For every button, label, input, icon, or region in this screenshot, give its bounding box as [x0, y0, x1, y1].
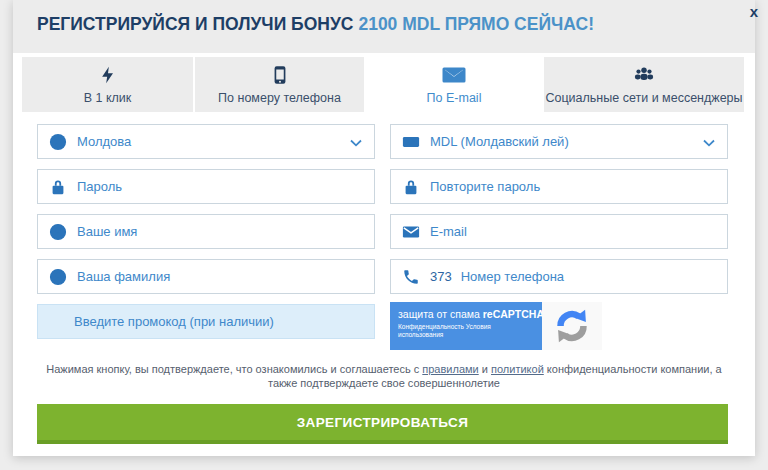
recaptcha-privacy-link[interactable]: Конфиденциальность	[398, 323, 464, 330]
currency-value: MDL (Молдавский лей)	[430, 134, 727, 149]
phone-country-code: 373	[430, 269, 452, 284]
recaptcha-links: Конфиденциальность Условия использования	[398, 323, 535, 339]
tab-label: По номеру телефона	[218, 91, 341, 105]
last-name-input[interactable]	[77, 269, 374, 284]
people-icon	[632, 64, 656, 86]
password-repeat-field-wrap	[390, 169, 728, 204]
last-name-field-wrap	[37, 259, 375, 294]
rules-link[interactable]: правилами	[422, 363, 478, 375]
title-bonus: 2100 MDL ПРЯМО СЕЙЧАС!	[358, 14, 594, 34]
globe-icon	[49, 133, 67, 151]
phone-field-wrap: 373	[390, 259, 728, 294]
phone-icon	[402, 268, 420, 286]
header-band: РЕГИСТРИРУЙСЯ И ПОЛУЧИ БОНУС2100 MDL ПРЯ…	[13, 0, 755, 53]
smartphone-icon	[270, 64, 290, 86]
promo-code-field-wrap	[37, 304, 375, 339]
email-field-wrap	[390, 214, 728, 249]
registration-tabs: В 1 клик По номеру телефона По E-mail Со…	[22, 57, 746, 112]
registration-popup: РЕГИСТРИРУЙСЯ И ПОЛУЧИ БОНУС2100 MDL ПРЯ…	[0, 0, 768, 470]
password-input[interactable]	[77, 179, 374, 194]
tab-email[interactable]: По E-mail	[366, 57, 542, 112]
currency-select[interactable]: MDL (Молдавский лей)	[390, 124, 728, 159]
page-title: РЕГИСТРИРУЙСЯ И ПОЛУЧИ БОНУС2100 MDL ПРЯ…	[37, 14, 594, 35]
tab-one-click[interactable]: В 1 клик	[22, 57, 193, 112]
country-select[interactable]: Молдова	[37, 124, 375, 159]
user-icon	[49, 268, 67, 286]
recaptcha-title: защита от спама reCAPTCHA	[398, 308, 535, 320]
recaptcha-widget: защита от спама reCAPTCHA Конфиденциальн…	[390, 302, 602, 350]
close-icon[interactable]: x	[750, 4, 758, 20]
recaptcha-logo-panel	[542, 302, 602, 350]
tab-label: Социальные сети и мессенджеры	[545, 91, 742, 105]
phone-input[interactable]	[461, 269, 727, 284]
envelope-icon	[442, 64, 466, 86]
title-main: РЕГИСТРИРУЙСЯ И ПОЛУЧИ БОНУС	[37, 14, 353, 34]
tab-label: По E-mail	[427, 91, 482, 105]
password-repeat-input[interactable]	[430, 179, 727, 194]
tab-label: В 1 клик	[84, 91, 132, 105]
chevron-down-icon	[350, 139, 362, 147]
banknote-icon	[402, 133, 420, 151]
first-name-field-wrap	[37, 214, 375, 249]
tab-social[interactable]: Социальные сети и мессенджеры	[544, 57, 744, 112]
email-input[interactable]	[430, 224, 727, 239]
country-value: Молдова	[77, 134, 374, 149]
tab-phone[interactable]: По номеру телефона	[195, 57, 364, 112]
registration-modal: РЕГИСТРИРУЙСЯ И ПОЛУЧИ БОНУС2100 MDL ПРЯ…	[13, 0, 755, 456]
chevron-down-icon	[703, 139, 715, 147]
terms-disclaimer: Нажимая кнопку, вы подтверждаете, что оз…	[34, 362, 734, 390]
recaptcha-info-panel: защита от спама reCAPTCHA Конфиденциальн…	[390, 302, 542, 350]
first-name-input[interactable]	[77, 224, 374, 239]
envelope-icon	[402, 223, 420, 241]
password-field-wrap	[37, 169, 375, 204]
lock-icon	[402, 178, 420, 196]
promo-code-input[interactable]	[38, 314, 374, 329]
privacy-policy-link[interactable]: политикой	[491, 363, 544, 375]
recaptcha-brand: reCAPTCHA	[483, 308, 544, 320]
user-icon	[49, 223, 67, 241]
register-button[interactable]: ЗАРЕГИСТРИРОВАТЬСЯ	[37, 404, 728, 444]
lock-icon	[49, 178, 67, 196]
lightning-icon	[98, 64, 118, 86]
recaptcha-logo-icon	[554, 308, 590, 344]
